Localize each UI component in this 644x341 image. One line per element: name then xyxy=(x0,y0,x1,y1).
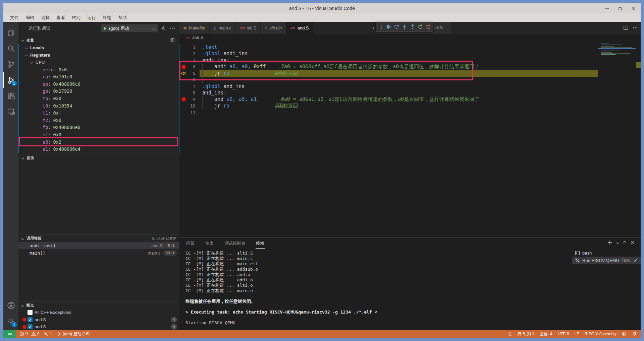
window-controls xyxy=(604,3,636,13)
breakpoint-row[interactable]: and.S 9 xyxy=(18,323,179,330)
split-editor-icon[interactable] xyxy=(623,25,629,30)
register-row[interactable]: sp0x408006c0 xyxy=(19,80,179,88)
stack-frame-row[interactable]: andi_ins() and.S 5:1 xyxy=(18,242,179,249)
menu-terminal[interactable]: 终端 xyxy=(99,13,115,22)
start-debug-icon[interactable] xyxy=(104,26,107,30)
notifications-bell-icon[interactable] xyxy=(632,332,637,336)
maximize-panel-chevron-icon[interactable] xyxy=(623,241,626,244)
activity-search[interactable] xyxy=(3,41,18,56)
breadcrumb[interactable]: ASM and.S xyxy=(179,34,641,41)
remote-indicator[interactable]: >< xyxy=(3,330,16,338)
panel-tab-terminal[interactable]: 终端 xyxy=(256,238,265,249)
terminal-dropdown-chevron-icon[interactable] xyxy=(616,241,619,244)
toolbar-grip-icon[interactable] xyxy=(377,22,385,31)
asm-file-icon: ASM xyxy=(185,37,190,39)
callstack-section-header[interactable]: 调用堆栈 因 STEP 已暂停 xyxy=(18,234,179,242)
checkbox-checked[interactable] xyxy=(28,317,33,322)
panel-tab-debug-console[interactable]: 调试控制台 xyxy=(224,238,246,248)
menu-help[interactable]: 帮助 xyxy=(115,13,130,22)
asm-file-icon: ASM xyxy=(290,27,295,29)
stop-icon[interactable] xyxy=(424,22,432,31)
tab-slti-bin[interactable]: ≡slti.bin xyxy=(261,22,286,34)
chevron-down-icon xyxy=(21,39,24,42)
language-mode[interactable]: RISC-V Assembly xyxy=(585,332,616,336)
register-row[interactable]: zero0x0 xyxy=(19,66,179,73)
minimize-icon[interactable] xyxy=(604,6,609,11)
register-row[interactable]: gp0x27920 xyxy=(19,88,179,95)
new-terminal-icon[interactable] xyxy=(607,240,612,245)
close-panel-icon[interactable] xyxy=(630,241,635,245)
activity-account[interactable] xyxy=(3,297,18,313)
activity-extensions[interactable] xyxy=(3,88,18,104)
menu-selection[interactable]: 选择 xyxy=(38,13,53,22)
tree-item-cpu[interactable]: CPU xyxy=(19,59,179,66)
menu-edit[interactable]: 编辑 xyxy=(22,13,38,22)
more-actions-icon[interactable] xyxy=(633,25,638,30)
register-row[interactable]: t00x10354 xyxy=(19,102,179,110)
tab-main-c[interactable]: Cmain.c xyxy=(210,22,236,34)
breakpoint-dot-icon[interactable] xyxy=(181,65,186,69)
collapse-all-icon[interactable] xyxy=(169,38,175,43)
chevron-down-icon xyxy=(21,156,24,159)
checkbox-checked[interactable] xyxy=(28,324,33,329)
panel-tab-problems[interactable]: 问题 xyxy=(185,238,195,248)
activity-source-control[interactable] xyxy=(3,56,18,72)
stack-frame-row[interactable]: main() main.c 33:1 xyxy=(18,249,179,257)
restore-icon[interactable] xyxy=(618,6,623,11)
register-row-a0[interactable]: a00x2 xyxy=(19,138,179,146)
error-icon xyxy=(19,332,24,336)
step-out-icon[interactable] xyxy=(409,22,417,31)
encoding[interactable]: UTF-8 xyxy=(558,332,569,336)
menu-goto[interactable]: 转到 xyxy=(68,13,84,22)
debug-session-status[interactable]: (gdb) 启动 (16) xyxy=(57,331,90,337)
step-into-icon[interactable] xyxy=(400,22,409,31)
debug-settings-gear-icon[interactable] xyxy=(161,25,166,31)
indentation[interactable]: 空格: 4 xyxy=(540,331,552,337)
breakpoint-dot-icon[interactable] xyxy=(181,97,186,101)
minimap[interactable] xyxy=(598,43,636,62)
tab-makefile[interactable]: MMakefile xyxy=(179,22,210,34)
tab-overflow-chevron-icon[interactable] xyxy=(372,26,374,29)
close-icon[interactable] xyxy=(631,6,636,11)
tree-item-locals[interactable]: Locals xyxy=(19,44,179,52)
register-row[interactable]: t20x0 xyxy=(19,117,179,124)
feedback-smiley-icon[interactable] xyxy=(622,332,627,336)
launch-config-dropdown[interactable]: (gdb) 启动 xyxy=(101,24,158,32)
activity-remote-explorer[interactable] xyxy=(3,104,18,119)
code-editor[interactable]: 1.text 2.globl andi_ins 3andi_ins: 4 and… xyxy=(179,41,641,237)
register-row[interactable]: a10x408006e4 xyxy=(19,145,179,153)
register-row[interactable]: tp0x0 xyxy=(19,95,179,102)
checkbox-unchecked[interactable] xyxy=(28,310,33,315)
panel-tab-output[interactable]: 输出 xyxy=(205,238,214,248)
tab-slti-s[interactable]: ASMslti.S xyxy=(236,22,261,34)
register-row[interactable]: t10xf xyxy=(19,109,179,117)
terminal-instance-task[interactable]: Run RISCV-QEMU Task xyxy=(572,257,641,264)
activity-settings[interactable]: 1 xyxy=(3,313,18,329)
menu-run[interactable]: 运行 xyxy=(84,13,99,22)
register-row[interactable]: fp0x408006e0 xyxy=(19,124,179,131)
eol-sequence[interactable]: LF xyxy=(575,332,579,336)
breakpoint-row-exceptions[interactable]: All C++ Exceptions xyxy=(18,309,179,316)
step-over-icon[interactable] xyxy=(392,22,400,31)
menu-view[interactable]: 查看 xyxy=(53,13,68,22)
menu-file[interactable]: 文件 xyxy=(7,13,22,22)
register-row[interactable]: ra0x101e0 xyxy=(19,73,179,80)
terminal-output[interactable]: CC -[M] 正在构建 ... slti.S CC -[M] 正在构建 ...… xyxy=(179,249,572,330)
activity-run-debug[interactable]: 1 xyxy=(3,72,18,88)
continue-icon[interactable] xyxy=(385,22,393,31)
more-actions-icon[interactable] xyxy=(170,27,175,29)
breakpoints-section-header[interactable]: 断点 xyxy=(18,301,179,309)
activity-explorer[interactable] xyxy=(3,25,18,41)
tree-item-registers[interactable]: Registers xyxy=(19,52,179,59)
breakpoint-row[interactable]: and.S 4 xyxy=(18,316,179,324)
running-tasks-status[interactable]: 1 xyxy=(44,332,52,336)
variables-section-header[interactable]: 变量 xyxy=(18,36,179,44)
watch-section-header[interactable]: 监视 xyxy=(18,154,179,161)
terminal-instance-bash[interactable]: bash xyxy=(572,249,641,257)
flame-extension-status[interactable] xyxy=(508,332,512,336)
cursor-position[interactable]: 行 5, 列 1 xyxy=(518,331,535,337)
problems-status[interactable]: 0 0 xyxy=(19,332,39,336)
restart-icon[interactable] xyxy=(417,22,425,31)
register-row[interactable]: s10x0 xyxy=(19,131,179,138)
tab-and-s[interactable]: ASMand.S xyxy=(286,22,313,34)
